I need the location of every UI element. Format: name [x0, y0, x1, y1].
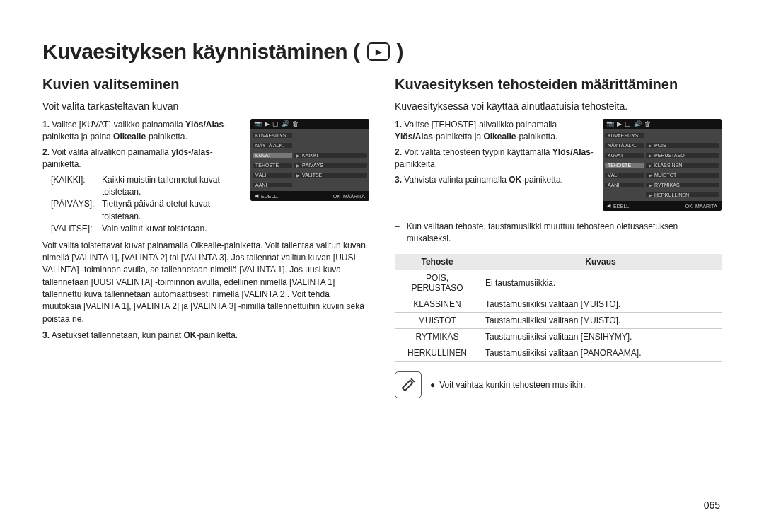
trash-icon: 🗑 [292, 120, 299, 127]
osd-row: TEHOSTE▶KLASSINEN [605, 160, 719, 170]
table-row: KLASSINENTaustamusiikiksi valitaan [MUIS… [395, 296, 722, 312]
page-title: Kuvaesityksen käynnistäminen ( ) [42, 40, 722, 64]
camera-icon: 📷 [254, 120, 262, 127]
left-column: Kuvien valitseminen Voit valita tarkaste… [42, 76, 369, 398]
osd-row: TEHOSTE▶PÄIVÄYS [253, 160, 367, 170]
right-lead: Kuvaesityksessä voi käyttää ainutlaatuis… [395, 100, 722, 112]
osd-row: ÄÄNI▶RYTMIKÄS [605, 180, 719, 190]
table-row: HERKULLINENTaustamusiikiksi valitaan [PA… [395, 345, 722, 361]
play-icon: ▶ [265, 120, 270, 127]
sound-icon: 🔊 [634, 120, 642, 127]
table-row: RYTMIKÄSTaustamusiikiksi valitaan [ENSIH… [395, 328, 722, 345]
osd-row: NÄYTÄ ALK.▶POIS [605, 140, 719, 150]
osd-row: VÄLI▶MUISTOT [605, 170, 719, 180]
right-heading: Kuvaesityksen tehosteiden määrittäminen [395, 76, 722, 96]
title-text: Kuvaesityksen käynnistäminen ( [42, 40, 360, 64]
table-row: POIS, PERUSTASOEi taustamusiikkia. [395, 270, 722, 296]
tip-text: Voit vaihtaa kunkin tehosteen musiikin. [439, 380, 585, 390]
left-instructions: 1. Valitse [KUVAT]-valikko painamalla Yl… [42, 119, 242, 236]
box-icon: ▢ [272, 120, 279, 127]
osd-row: ▶HERKULLINEN [605, 190, 719, 200]
slideshow-icon [367, 42, 390, 61]
right-column: Kuvaesityksen tehosteiden määrittäminen … [395, 76, 722, 398]
left-long-paragraph: Voit valita toistettavat kuvat painamall… [42, 240, 369, 326]
osd-row: KUVAT▶PERUSTASO [605, 150, 719, 160]
right-note: –Kun valitaan tehoste, taustamusiikki mu… [395, 221, 722, 245]
osd-screenshot-left: 📷 ▶ ▢ 🔊 🗑 KUVAESITYSNÄYTÄ ALK.KUVAT▶KAIK… [250, 119, 369, 236]
note-icon [395, 371, 422, 398]
tip-row: ●Voit vaihtaa kunkin tehosteen musiikin. [395, 371, 722, 398]
table-header-effect: Tehoste [395, 254, 480, 270]
camera-icon: 📷 [606, 120, 614, 127]
sound-icon: 🔊 [282, 120, 289, 127]
effects-table: Tehoste Kuvaus POIS, PERUSTASOEi taustam… [395, 254, 722, 362]
trash-icon: 🗑 [644, 120, 651, 127]
title-close-paren: ) [397, 40, 404, 64]
osd-row: ÄÄNI [253, 180, 367, 190]
osd-row: KUVAT▶KAIKKI [253, 150, 367, 160]
right-instructions: 1. Valitse [TEHOSTE]-alivalikko painamal… [395, 119, 594, 211]
osd-row: KUVAESITYS [253, 130, 367, 140]
osd-row: KUVAESITYS [605, 130, 719, 140]
left-lead: Voit valita tarkasteltavan kuvan [42, 100, 369, 112]
page-number: 065 [704, 499, 720, 511]
table-header-desc: Kuvaus [480, 254, 722, 270]
osd-row: NÄYTÄ ALK. [253, 140, 367, 150]
play-icon: ▶ [617, 120, 622, 127]
osd-row: VÄLI▶VALITSE [253, 170, 367, 180]
table-row: MUISTOTTaustamusiikiksi valitaan [MUISTO… [395, 312, 722, 328]
box-icon: ▢ [625, 120, 631, 127]
osd-screenshot-right: 📷 ▶ ▢ 🔊 🗑 KUVAESITYSNÄYTÄ ALK.▶POISKUVAT… [603, 119, 722, 211]
left-heading: Kuvien valitseminen [42, 76, 369, 96]
